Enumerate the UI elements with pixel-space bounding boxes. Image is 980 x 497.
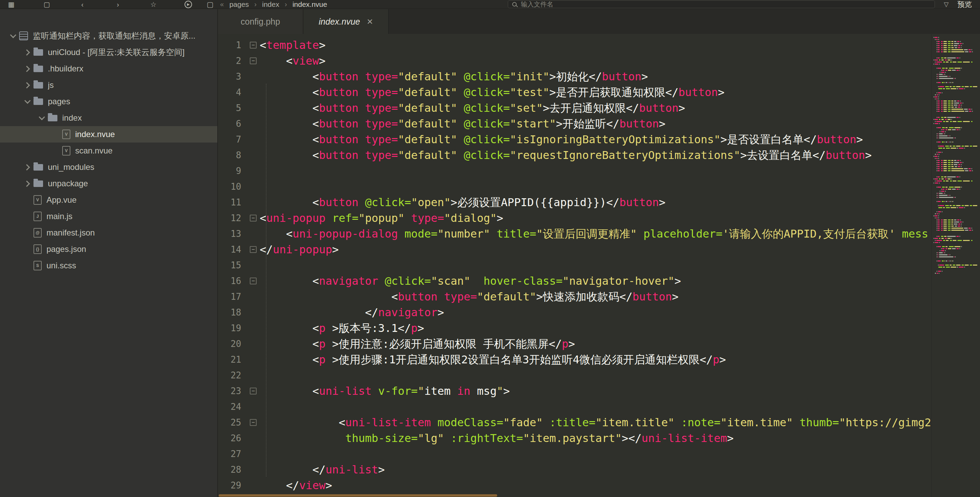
tree-item[interactable]: uniCloud - [阿里云:未关联云服务空间] — [0, 44, 217, 61]
tree-item[interactable]: .hbuilderx — [0, 61, 217, 77]
grid-icon[interactable]: ▦ — [7, 0, 16, 8]
tree-item[interactable]: unpackage — [0, 175, 217, 192]
chevron-right-icon[interactable] — [21, 50, 33, 55]
code-line[interactable]: 1−<template> — [218, 37, 931, 53]
filter-funnel-icon[interactable]: ▽ — [944, 1, 948, 8]
fold-icon[interactable]: − — [250, 42, 257, 49]
file-search-box[interactable] — [508, 0, 935, 8]
code-line[interactable]: 9 — [218, 163, 931, 179]
minimap-token — [947, 57, 956, 59]
minimap-token — [946, 260, 947, 261]
minimap-token — [937, 246, 937, 247]
token: p — [411, 322, 418, 335]
tab-close-icon[interactable]: × — [367, 16, 373, 27]
tree-item[interactable]: pages — [0, 93, 217, 110]
tree-item[interactable]: @manifest.json — [0, 225, 217, 241]
tree-item[interactable]: Vindex.nvue — [0, 126, 217, 143]
code-line[interactable]: 15 — [218, 257, 931, 273]
chevron-right-icon[interactable] — [21, 83, 33, 88]
minimap-token — [973, 86, 977, 87]
back-icon[interactable]: ‹ — [78, 0, 87, 8]
code-line[interactable]: 3 <button type="default" @click="init">初… — [218, 69, 931, 84]
token: type= — [411, 212, 444, 225]
tree-item[interactable]: Suni.scss — [0, 257, 217, 274]
chevron-down-icon[interactable] — [7, 35, 19, 37]
code-line[interactable]: 4 <button type="default" @click="test">是… — [218, 84, 931, 100]
code-line[interactable]: 24 — [218, 399, 931, 415]
line-number: 14 — [218, 242, 247, 257]
code-line[interactable]: 2− <view> — [218, 53, 931, 69]
minimap-token — [965, 170, 968, 171]
tree-item[interactable]: Vscan.nvue — [0, 143, 217, 159]
code-line[interactable]: 18 </navigator> — [218, 304, 931, 320]
tree-item[interactable]: {}pages.json — [0, 241, 217, 257]
double-chevron-left-icon[interactable]: « — [220, 0, 224, 8]
code-line[interactable]: 26 thumb-size="lg" :rightText="item.pays… — [218, 430, 931, 446]
editor-tab[interactable]: index.nvue× — [304, 9, 389, 34]
token: navigator — [319, 274, 378, 287]
fold-icon[interactable]: − — [250, 57, 257, 64]
search-input[interactable] — [521, 1, 931, 8]
minimap-token — [950, 201, 951, 202]
code-line[interactable]: 8 <button type="default" @click="request… — [218, 147, 931, 163]
code-line[interactable]: 16− <navigator @click="scan" hover-class… — [218, 273, 931, 289]
code-line[interactable]: 7 <button type="default" @click="isIgnor… — [218, 132, 931, 147]
fold-icon[interactable]: − — [250, 277, 257, 284]
chevron-down-icon[interactable] — [35, 116, 48, 119]
code-line[interactable]: 11 <button @click="open">必须设置APPID({{app… — [218, 194, 931, 210]
file-tree: 监听通知栏内容，获取通知栏消息，安卓原...uniCloud - [阿里云:未关… — [0, 28, 217, 274]
star-icon[interactable]: ☆ — [149, 0, 158, 8]
tree-item[interactable]: Jmain.js — [0, 208, 217, 225]
code-line[interactable]: 21 <p >使用步骤:1开启通知权限2设置白名单3开始监听4微信必须开启通知栏… — [218, 352, 931, 368]
code-area[interactable]: 1−<template>2− <view>3 <button type="def… — [218, 34, 931, 497]
new-file-icon[interactable]: ▢ — [42, 0, 51, 8]
code-line[interactable]: 10 — [218, 179, 931, 194]
fold-icon[interactable]: − — [250, 419, 257, 426]
minimap[interactable] — [931, 34, 980, 497]
code-line[interactable]: 14−</uni-popup> — [218, 242, 931, 257]
chevron-right-icon[interactable] — [21, 182, 33, 186]
breadcrumb-item[interactable]: pages — [229, 0, 249, 8]
minimap-token — [972, 111, 973, 112]
code-line[interactable]: 6 <button type="default" @click="start">… — [218, 116, 931, 132]
minimap-token — [944, 57, 947, 59]
code-line[interactable]: 17 <button type="default">快速添加收款码</butto… — [218, 289, 931, 304]
fold-icon[interactable]: − — [250, 215, 257, 221]
minimap-token — [951, 220, 954, 220]
minimap-token — [937, 197, 937, 198]
minimap-token — [948, 170, 951, 171]
token: thumb-size= — [345, 432, 418, 445]
chevron-right-icon[interactable] — [21, 165, 33, 170]
file-vue-icon: V — [62, 146, 70, 156]
tree-item[interactable]: index — [0, 110, 217, 126]
tree-item[interactable]: uni_modules — [0, 159, 217, 175]
token: >使用注意:必须开启通知权限 手机不能黑屏</ — [326, 338, 562, 350]
code-line[interactable]: 27 — [218, 446, 931, 462]
code-line[interactable]: 13 <uni-popup-dialog mode="number" title… — [218, 226, 931, 242]
fold-column — [247, 116, 260, 132]
fold-icon[interactable]: − — [250, 246, 257, 253]
fold-icon[interactable]: − — [250, 388, 257, 395]
editor-tab[interactable]: config.php — [218, 9, 304, 34]
code-line[interactable]: 22 — [218, 368, 931, 383]
tree-item[interactable]: 监听通知栏内容，获取通知栏消息，安卓原... — [0, 28, 217, 44]
chevron-down-icon[interactable] — [21, 100, 33, 103]
code-line[interactable]: 25− <uni-list-item modeClass="fade" :tit… — [218, 415, 931, 430]
code-line[interactable]: 29 </view> — [218, 478, 931, 493]
tree-item[interactable]: js — [0, 77, 217, 93]
breadcrumb-item-current[interactable]: index.nvue — [293, 0, 327, 8]
code-line[interactable]: 23− <uni-list v-for="item in msg"> — [218, 383, 931, 399]
breadcrumb-item[interactable]: index — [262, 0, 279, 8]
horizontal-scrollbar[interactable] — [219, 494, 497, 497]
code-line[interactable]: 20 <p >使用注意:必须开启通知权限 手机不能黑屏</p> — [218, 336, 931, 352]
code-line[interactable]: 5 <button type="default" @click="set">去开… — [218, 100, 931, 116]
tree-item[interactable]: VApp.vue — [0, 192, 217, 208]
token: button — [619, 196, 659, 209]
chevron-right-icon[interactable] — [21, 67, 33, 71]
code-line[interactable]: 12−<uni-popup ref="popup" type="dialog"> — [218, 210, 931, 226]
forward-icon[interactable]: › — [113, 0, 123, 8]
code-line[interactable]: 28 </uni-list> — [218, 462, 931, 478]
preview-button[interactable]: 预览 — [958, 0, 972, 9]
run-icon[interactable]: ▶ — [185, 1, 192, 8]
code-line[interactable]: 19 <p >版本号:3.1</p> — [218, 320, 931, 336]
